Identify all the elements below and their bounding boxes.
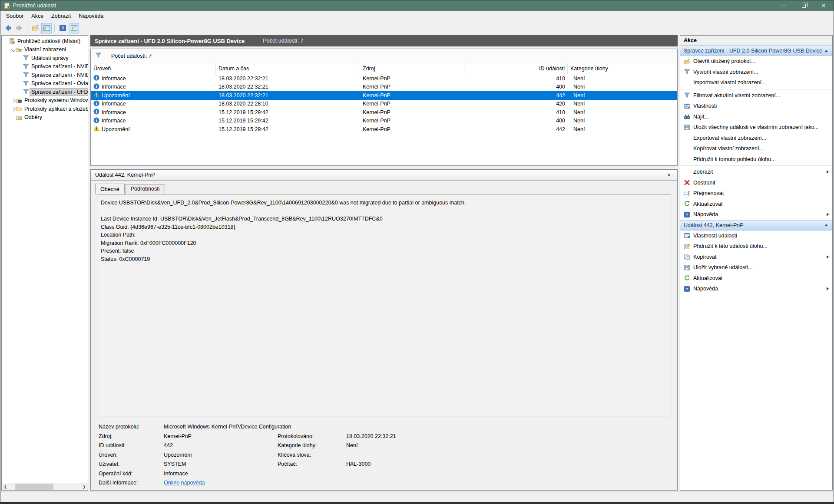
action-item[interactable]: Najít... [680, 112, 832, 122]
column-header[interactable]: Úroveň [91, 63, 216, 74]
show-action-pane-button[interactable] [69, 23, 79, 33]
action-item[interactable]: ?Nápověda [680, 283, 832, 294]
restore-button[interactable] [794, 0, 814, 11]
tree-item[interactable]: Správce zařízení - NVIDIA [2, 71, 88, 79]
cell-level: Informace [102, 76, 126, 82]
action-item[interactable]: Přidružit k tomuto pohledu úlohu... [680, 154, 832, 165]
action-item[interactable]: Otevřít uložený protokol... [680, 56, 832, 67]
action-item[interactable]: Vytvořit vlastní zobrazení... [680, 67, 832, 78]
properties-icon [684, 103, 690, 109]
action-item[interactable]: Přejmenovat [680, 188, 832, 199]
action-item[interactable]: Vlastnosti [680, 101, 832, 112]
table-row[interactable]: Upozornění18.03.2020 22:32:21Kernel-PnP4… [91, 91, 677, 100]
back-button[interactable] [3, 23, 13, 33]
action-item[interactable]: Vlastnosti události [680, 231, 832, 241]
eventviewer-icon [3, 2, 10, 9]
action-item[interactable]: Kopírovat [680, 252, 832, 263]
cell-level: Upozornění [102, 92, 130, 99]
tree-item[interactable]: Vlastní zobrazení [2, 46, 88, 54]
column-header[interactable]: Datum a čas [216, 63, 360, 74]
open-saved-log-button[interactable] [30, 23, 40, 33]
center-panel: Správce zařízení - UFD 2.0 Silicon-Power… [90, 35, 678, 491]
cell-level: Informace [102, 84, 126, 90]
tree-item[interactable]: Události správy [2, 54, 88, 63]
floppy-icon [684, 264, 690, 271]
forward-button[interactable] [14, 23, 24, 33]
table-row[interactable]: Upozornění15.12.2019 15:29:42Kernel-PnP4… [91, 125, 677, 134]
funnel-icon [684, 69, 690, 75]
field-value: Informace [164, 471, 278, 477]
tree-item[interactable]: Prohlížeč událostí (Místní) [2, 37, 88, 46]
workspace: Prohlížeč událostí (Místní)Vlastní zobra… [0, 34, 834, 491]
close-button[interactable]: × [814, 0, 834, 11]
action-item[interactable]: Přidružit k této události úlohu... [680, 241, 832, 252]
tree-item[interactable]: Správce zařízení - NVIDIA [2, 63, 88, 71]
tree-horizontal-scrollbar[interactable]: ❮ ❯ [2, 483, 88, 490]
field-value: HAL-3000 [346, 461, 671, 467]
tree-item[interactable]: Odběry [2, 113, 88, 122]
action-section-header[interactable]: Událost 442, Kernel-PnP [680, 220, 832, 231]
scroll-left-icon[interactable]: ❮ [2, 483, 9, 491]
menu-zobrazit[interactable]: Zobrazit [47, 11, 75, 21]
column-header[interactable]: ID události [464, 63, 568, 74]
app-icon [3, 2, 10, 9]
event-viewer-window: Prohlížeč událostí × SouborAkceZobrazitN… [0, 0, 834, 504]
table-row[interactable]: Informace18.03.2020 22:32:21Kernel-PnP41… [91, 74, 677, 83]
tree-expander-collapsed-icon[interactable] [10, 107, 16, 110]
action-item[interactable]: Aktualizovat [680, 273, 832, 284]
field-value: 18.03.2020 22:32:21 [346, 433, 671, 439]
action-item[interactable]: Exportovat vlastní zobrazení... [680, 133, 832, 144]
events-table-header: ÚroveňDatum a časZdrojID událostiKategor… [91, 63, 677, 74]
tree-item[interactable]: Správce zařízení - Ovlada [2, 79, 88, 88]
folder-open-icon [32, 24, 39, 32]
scroll-right-icon[interactable]: ❯ [80, 483, 88, 491]
window-bottom-edge [0, 491, 834, 504]
collapse-section-icon[interactable] [824, 50, 828, 52]
svg-text:?: ? [61, 26, 64, 31]
tree-expander-expanded-icon[interactable] [10, 48, 16, 51]
action-item[interactable]: Filtrovat aktuální vlastní zobrazení... [680, 90, 832, 101]
table-row[interactable]: Informace18.03.2020 22:28:10Kernel-PnP42… [91, 100, 677, 109]
scroll-thumb[interactable] [15, 484, 53, 490]
field-label: Název protokolu: [99, 424, 164, 430]
help-button[interactable]: ? [57, 23, 68, 33]
minimize-button[interactable] [774, 0, 794, 11]
action-item[interactable]: Uložit vybrané události... [680, 262, 832, 273]
tab-details[interactable]: Podrobnosti [126, 184, 165, 194]
tree-expander-collapsed-icon[interactable] [10, 99, 16, 102]
action-item[interactable]: Aktualizovat [680, 199, 832, 210]
action-section-header[interactable]: Správce zařízení - UFD 2.0 Silicon-Power… [680, 46, 832, 56]
menu-soubor[interactable]: Soubor [2, 11, 27, 21]
tree-item-label: Protokoly aplikací a služeb [23, 105, 88, 112]
funnel-icon [23, 80, 29, 87]
field-value: Kernel-PnP [164, 433, 278, 439]
menu-npovda[interactable]: Nápověda [75, 11, 107, 21]
cell-datetime: 18.03.2020 22:32:21 [218, 92, 268, 99]
action-item[interactable]: Uložit všechny události ve vlastním zobr… [680, 122, 832, 133]
detail-close-icon[interactable]: × [665, 171, 673, 178]
tree-item[interactable]: Protokoly aplikací a služeb [2, 105, 88, 113]
action-item[interactable]: Kopírovat vlastní zobrazení... [680, 143, 832, 154]
column-header[interactable]: Kategorie úlohy [568, 63, 677, 74]
table-row[interactable]: Informace18.03.2020 22:32:21Kernel-PnP40… [91, 83, 677, 92]
collapse-section-icon[interactable] [824, 224, 828, 226]
field-label: Kategorie úlohy: [278, 442, 346, 448]
toolbar: ? [0, 22, 834, 34]
show-console-tree-button[interactable] [41, 23, 52, 33]
action-item[interactable]: ?Nápověda [680, 209, 832, 220]
table-row[interactable]: Informace15.12.2019 15:29:42Kernel-PnP41… [91, 108, 677, 117]
action-item[interactable]: Importovat vlastní zobrazení... [680, 77, 832, 88]
column-header[interactable]: Zdroj [360, 63, 464, 74]
field-value: 442 [164, 442, 278, 448]
cell-datetime: 15.12.2019 15:29:42 [218, 109, 268, 115]
action-item-label: Exportovat vlastní zobrazení... [693, 135, 766, 141]
menu-akce[interactable]: Akce [27, 11, 47, 21]
online-help-link[interactable]: Online nápověda [164, 480, 205, 486]
tree-item[interactable]: Správce zařízení - UFD 2.0 [2, 88, 88, 96]
tree-item[interactable]: Protokoly systému Windows [2, 96, 88, 105]
table-row[interactable]: Informace15.12.2019 15:29:42Kernel-PnP40… [91, 117, 677, 125]
tab-general[interactable]: Obecné [95, 184, 125, 194]
action-item[interactable]: Odstranit [680, 178, 832, 188]
action-item[interactable]: Zobrazit [680, 167, 832, 178]
field-value: Není [346, 442, 671, 448]
